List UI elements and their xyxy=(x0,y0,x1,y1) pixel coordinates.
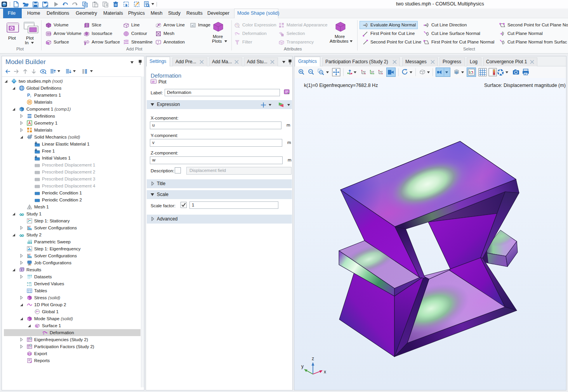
svg-text:xy: xy xyxy=(363,70,366,73)
svg-text:D: D xyxy=(35,155,37,158)
svg-text:y: y xyxy=(301,364,304,369)
svg-text:T: T xyxy=(158,40,160,44)
svg-text:xz: xz xyxy=(380,70,383,73)
svg-text:x: x xyxy=(324,369,326,375)
svg-text:D: D xyxy=(35,148,37,151)
svg-text:D: D xyxy=(35,141,37,144)
svg-text:z: z xyxy=(312,356,314,361)
svg-text:123: 123 xyxy=(28,239,32,242)
svg-text:8.85: 8.85 xyxy=(27,282,32,284)
svg-text:e-12: e-12 xyxy=(27,284,32,286)
svg-text:yz: yz xyxy=(371,70,374,73)
svg-text:P: P xyxy=(27,93,30,97)
svg-text:i: i xyxy=(30,95,31,98)
